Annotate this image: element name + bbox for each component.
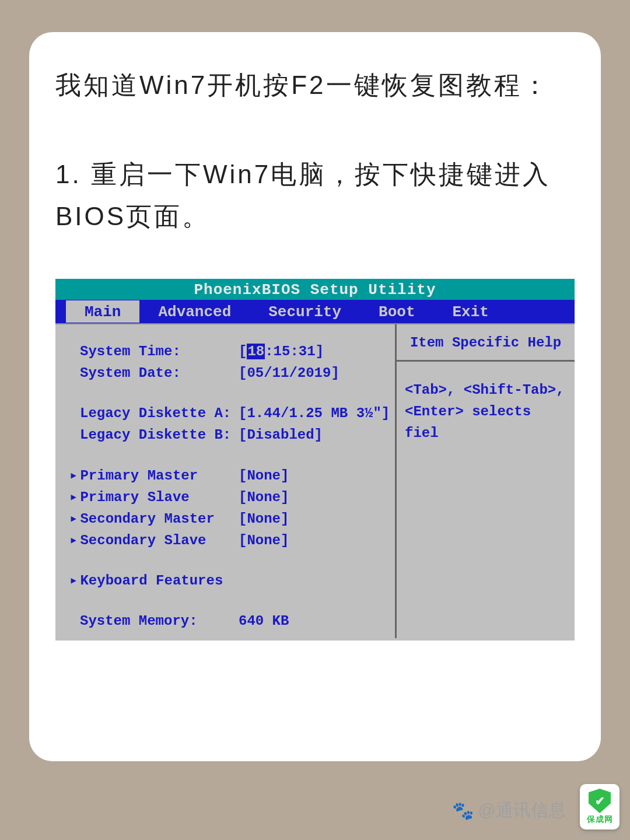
bios-help-panel: Item Specific Help <Tab>, <Shift-Tab>, <…	[397, 324, 575, 638]
primary-master-label: Primary Master	[69, 465, 239, 487]
secondary-slave-value: [None]	[239, 530, 390, 551]
row-secondary-master[interactable]: Secondary Master [None]	[69, 508, 390, 530]
site-badge: 保成网 zsbaocheng.net	[580, 784, 620, 830]
menu-boot[interactable]: Boot	[360, 300, 433, 323]
paw-icon: 🐾	[452, 800, 474, 821]
row-primary-slave[interactable]: Primary Slave [None]	[69, 487, 390, 508]
diskette-a-value: [1.44/1.25 MB 3½"]	[239, 402, 390, 424]
primary-master-value: [None]	[239, 465, 390, 487]
keyboard-features-label: Keyboard Features	[69, 570, 239, 592]
bios-screenshot: PhoenixBIOS Setup Utility Main Advanced …	[55, 279, 575, 640]
system-date-value: [05/11/2019]	[239, 362, 390, 384]
menu-advanced[interactable]: Advanced	[139, 300, 250, 323]
help-line-1: <Tab>, <Shift-Tab>,	[405, 379, 566, 401]
secondary-master-value: [None]	[239, 508, 390, 530]
help-line-2: <Enter> selects fiel	[405, 401, 566, 444]
menu-security[interactable]: Security	[250, 300, 360, 323]
diskette-b-label: Legacy Diskette B:	[69, 424, 239, 446]
attribution-handle: @通讯信息	[478, 799, 566, 822]
row-keyboard-features[interactable]: Keyboard Features	[69, 570, 390, 592]
article-title: 我知道Win7开机按F2一键恢复图教程：	[55, 64, 575, 107]
system-time-value: [18:15:31]	[239, 341, 390, 362]
row-system-date[interactable]: System Date: [05/11/2019]	[69, 362, 390, 384]
bios-main-panel: System Time: [18:15:31] System Date: [05…	[55, 324, 397, 638]
row-secondary-slave[interactable]: Secondary Slave [None]	[69, 530, 390, 551]
help-header: Item Specific Help	[397, 324, 575, 362]
system-date-label: System Date:	[69, 362, 239, 384]
diskette-b-value: [Disabled]	[239, 424, 390, 446]
row-primary-master[interactable]: Primary Master [None]	[69, 465, 390, 487]
diskette-a-label: Legacy Diskette A:	[69, 402, 239, 424]
menu-main[interactable]: Main	[66, 300, 139, 323]
primary-slave-value: [None]	[239, 487, 390, 508]
article-card: 我知道Win7开机按F2一键恢复图教程： 1. 重启一下Win7电脑，按下快捷键…	[29, 32, 601, 761]
system-memory-label: System Memory:	[69, 610, 239, 632]
site-badge-domain: zsbaocheng.net	[574, 832, 620, 839]
row-diskette-a[interactable]: Legacy Diskette A: [1.44/1.25 MB 3½"]	[69, 402, 390, 424]
system-time-rest: :15:31]	[265, 344, 324, 359]
row-diskette-b[interactable]: Legacy Diskette B: [Disabled]	[69, 424, 390, 446]
help-body: <Tab>, <Shift-Tab>, <Enter> selects fiel	[397, 362, 575, 444]
system-time-hour-selected: 18	[247, 344, 265, 359]
attribution-watermark: 🐾 @通讯信息	[452, 799, 566, 822]
row-system-time[interactable]: System Time: [18:15:31]	[69, 341, 390, 362]
system-memory-value: 640 KB	[239, 610, 390, 632]
row-system-memory: System Memory: 640 KB	[69, 610, 390, 632]
primary-slave-label: Primary Slave	[69, 487, 239, 508]
site-badge-name: 保成网	[587, 814, 613, 825]
bios-menubar: Main Advanced Security Boot Exit	[55, 300, 575, 323]
secondary-slave-label: Secondary Slave	[69, 530, 239, 551]
shield-icon	[589, 789, 611, 813]
bios-body: System Time: [18:15:31] System Date: [05…	[55, 323, 575, 638]
system-time-label: System Time:	[69, 341, 239, 362]
menu-exit[interactable]: Exit	[434, 300, 508, 323]
secondary-master-label: Secondary Master	[69, 508, 239, 530]
bios-utility-title: PhoenixBIOS Setup Utility	[55, 279, 575, 300]
article-step-1: 1. 重启一下Win7电脑，按下快捷键进入BIOS页面。	[55, 153, 575, 238]
